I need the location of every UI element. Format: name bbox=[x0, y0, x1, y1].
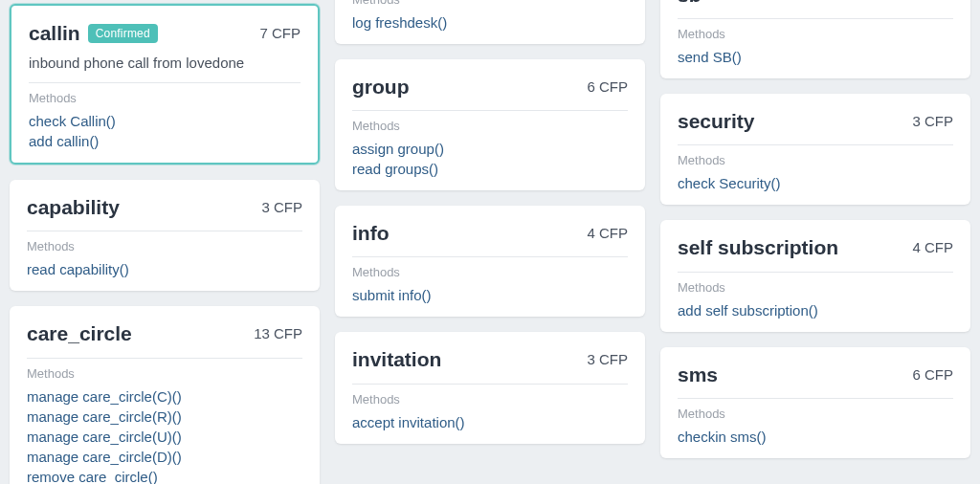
cfp-value: 3 CFP bbox=[261, 199, 302, 215]
divider bbox=[27, 231, 302, 231]
title-row: security bbox=[678, 109, 755, 133]
method-link[interactable]: manage care_circle(D)() bbox=[27, 449, 182, 465]
methods-label: Methods bbox=[352, 265, 628, 279]
methods-list: send SB() bbox=[678, 49, 953, 65]
card-sms[interactable]: sms6 CFPMethodscheckin sms() bbox=[660, 347, 970, 458]
title-row: info bbox=[352, 221, 389, 245]
method-link[interactable]: read capability() bbox=[27, 261, 129, 277]
card-header: sms6 CFP bbox=[678, 363, 953, 386]
cfp-value: 6 CFP bbox=[587, 78, 628, 95]
methods-label: Methods bbox=[29, 91, 301, 105]
methods-list: submit info() bbox=[352, 287, 628, 303]
status-badge: Confirmed bbox=[88, 24, 158, 43]
card-title[interactable]: capability bbox=[27, 195, 120, 219]
cfp-value: 7 CFP bbox=[259, 25, 301, 41]
card-header: info4 CFP bbox=[352, 221, 628, 245]
card-header: callinConfirmed7 CFP bbox=[29, 21, 301, 45]
cfp-suffix: CFP bbox=[274, 325, 302, 341]
methods-list: manage care_circle(C)()manage care_circl… bbox=[27, 388, 302, 484]
cfp-value: 3 CFP bbox=[587, 351, 628, 367]
methods-label: Methods bbox=[678, 407, 953, 421]
card-header: capability3 CFP bbox=[27, 195, 302, 219]
divider bbox=[29, 82, 301, 83]
divider bbox=[27, 358, 302, 359]
card-sb[interactable]: sb3 CFPMethodssend SB() bbox=[660, 0, 970, 78]
card-title[interactable]: sms bbox=[678, 363, 718, 386]
title-row: sms bbox=[678, 363, 718, 386]
methods-label: Methods bbox=[352, 392, 628, 407]
card-care_circle[interactable]: care_circle13 CFPMethodsmanage care_circ… bbox=[10, 306, 320, 484]
divider bbox=[678, 272, 953, 273]
method-link[interactable]: log freshdesk() bbox=[352, 14, 447, 31]
card-header: group6 CFP bbox=[352, 75, 628, 99]
divider bbox=[352, 384, 628, 385]
title-row: invitation bbox=[352, 347, 441, 371]
method-link[interactable]: read groups() bbox=[352, 161, 438, 177]
divider bbox=[678, 398, 953, 399]
cfp-value: 6 CFP bbox=[912, 366, 953, 383]
method-link[interactable]: manage care_circle(R)() bbox=[27, 408, 182, 425]
cfp-suffix: CFP bbox=[924, 239, 953, 255]
card-title[interactable]: sb bbox=[678, 0, 702, 7]
method-link[interactable]: check Security() bbox=[678, 175, 781, 191]
cfp-value: 4 CFP bbox=[587, 225, 628, 241]
method-link[interactable]: checkin sms() bbox=[678, 429, 767, 445]
card-header: sb3 CFP bbox=[678, 0, 953, 7]
title-row: group bbox=[352, 75, 409, 99]
method-link[interactable]: accept invitation() bbox=[352, 414, 465, 430]
cfp-suffix: CFP bbox=[924, 0, 953, 3]
title-row: capability bbox=[27, 195, 120, 219]
method-link[interactable]: assign group() bbox=[352, 141, 444, 157]
method-link[interactable]: check Callin() bbox=[29, 113, 116, 129]
method-link[interactable]: send SB() bbox=[678, 49, 742, 65]
method-link[interactable]: remove care_circle() bbox=[27, 469, 158, 484]
card-group[interactable]: group6 CFPMethodsassign group()read grou… bbox=[335, 59, 645, 190]
card-title[interactable]: invitation bbox=[352, 347, 441, 371]
cfp-number: 7 bbox=[259, 25, 267, 41]
methods-label: Methods bbox=[678, 27, 953, 41]
card-callin[interactable]: callinConfirmed7 CFPinbound phone call f… bbox=[10, 4, 320, 165]
methods-list: accept invitation() bbox=[352, 414, 628, 430]
title-row: self subscription bbox=[678, 235, 838, 259]
card-header: care_circle13 CFP bbox=[27, 321, 302, 345]
card-title[interactable]: security bbox=[678, 109, 755, 133]
card-description: inbound phone call from lovedone bbox=[29, 55, 301, 71]
cfp-number: 3 bbox=[912, 113, 920, 129]
methods-list: check Security() bbox=[678, 175, 953, 191]
divider bbox=[352, 110, 628, 111]
method-link[interactable]: manage care_circle(C)() bbox=[27, 388, 182, 405]
cfp-number: 3 bbox=[912, 0, 920, 3]
title-row: sb bbox=[678, 0, 702, 7]
card-capability[interactable]: capability3 CFPMethodsread capability() bbox=[10, 180, 320, 291]
cfp-suffix: CFP bbox=[272, 25, 301, 41]
card-freshdesk[interactable]: Methodslog freshdesk() bbox=[335, 0, 645, 44]
methods-list: checkin sms() bbox=[678, 429, 953, 445]
divider bbox=[678, 18, 953, 19]
card-self_subscription[interactable]: self subscription4 CFPMethodsadd self su… bbox=[660, 220, 970, 331]
cfp-suffix: CFP bbox=[924, 113, 953, 129]
card-invitation[interactable]: invitation3 CFPMethodsaccept invitation(… bbox=[335, 332, 645, 443]
cfp-value: 3 CFP bbox=[912, 113, 953, 129]
method-link[interactable]: add callin() bbox=[29, 133, 99, 149]
methods-list: read capability() bbox=[27, 261, 302, 277]
methods-list: add self subscription() bbox=[678, 302, 953, 319]
cfp-number: 6 bbox=[587, 78, 594, 95]
method-link[interactable]: manage care_circle(U)() bbox=[27, 429, 182, 445]
cfp-value: 3 CFP bbox=[912, 0, 953, 3]
card-title[interactable]: group bbox=[352, 75, 409, 99]
card-security[interactable]: security3 CFPMethodscheck Security() bbox=[660, 94, 970, 205]
card-title[interactable]: info bbox=[352, 221, 389, 245]
card-title[interactable]: care_circle bbox=[27, 321, 132, 345]
method-link[interactable]: submit info() bbox=[352, 287, 432, 303]
card-title[interactable]: callin bbox=[29, 21, 80, 45]
method-link[interactable]: add self subscription() bbox=[678, 302, 818, 319]
cfp-number: 3 bbox=[261, 199, 269, 215]
column: Methodslog freshdesk()group6 CFPMethodsa… bbox=[335, 0, 645, 484]
methods-label: Methods bbox=[678, 153, 953, 167]
cfp-number: 13 bbox=[254, 325, 270, 341]
card-header: self subscription4 CFP bbox=[678, 235, 953, 259]
card-info[interactable]: info4 CFPMethodssubmit info() bbox=[335, 206, 645, 317]
card-title[interactable]: self subscription bbox=[678, 235, 838, 259]
cfp-number: 3 bbox=[587, 351, 594, 367]
divider bbox=[678, 144, 953, 145]
